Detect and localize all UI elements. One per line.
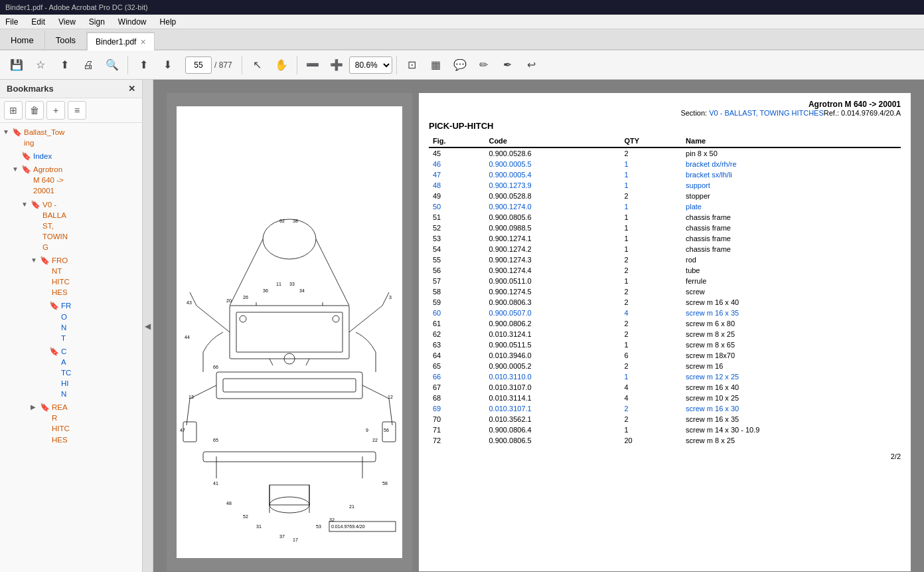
markup-button[interactable]: ✒: [497, 54, 519, 76]
bookmark-label-1: Ballast_Towing: [24, 127, 64, 148]
menu-file[interactable]: File: [3, 16, 21, 28]
doc-title: Agrotron M 640 -> 20001: [429, 100, 901, 109]
menu-edit[interactable]: Edit: [29, 16, 48, 28]
bookmark-button[interactable]: ☆: [29, 54, 52, 76]
sidebar: Bookmarks ✕ ⊞ 🗑 + ≡ ▼ 🔖 Ballast_Towing 🔖…: [0, 80, 143, 572]
table-row: 470.900.0005.41bracket sx/lh/li: [429, 169, 901, 180]
page-prev-button[interactable]: ⬆: [132, 54, 155, 76]
sidebar-title: Bookmarks: [7, 84, 54, 94]
section-label: Section:: [680, 109, 707, 117]
bookmark-toggle-1[interactable]: ▼: [3, 128, 12, 136]
table-row: 620.010.3124.12screw m 8 x 25: [429, 329, 901, 339]
sidebar-scroll-area[interactable]: ▼ 🔖 Ballast_Towing 🔖 Index ▼ 🔖 AgrotronM…: [0, 123, 142, 572]
bookmark-ballast-towing[interactable]: ▼ 🔖 Ballast_Towing: [0, 126, 142, 149]
page-number-input[interactable]: 55: [185, 56, 212, 74]
bookmark-front[interactable]: 🔖 FRONT: [37, 299, 142, 344]
tab-pdf[interactable]: Binder1.pdf ×: [87, 32, 155, 50]
sidebar-collapse-button[interactable]: ◀: [143, 80, 153, 572]
bookmark-index[interactable]: 🔖 Index: [9, 149, 142, 163]
fit-page-button[interactable]: ⊡: [401, 54, 424, 76]
svg-text:38: 38: [293, 219, 298, 223]
sidebar-close-button[interactable]: ✕: [128, 84, 135, 94]
menu-window[interactable]: Window: [116, 16, 149, 28]
bookmark-toggle-agrotron[interactable]: ▼: [12, 165, 21, 173]
zoom-in-button[interactable]: ➕: [325, 54, 348, 76]
svg-text:12: 12: [388, 395, 393, 399]
table-row: 580.900.1274.52screw: [429, 286, 901, 297]
marquee-tool-button[interactable]: ▦: [425, 54, 447, 76]
table-row: 630.900.0511.51screw m 8 x 65: [429, 339, 901, 350]
svg-text:47: 47: [180, 428, 185, 432]
bookmark-icon-rear-hitches: 🔖: [40, 403, 50, 412]
sidebar-tool-options[interactable]: ≡: [68, 101, 86, 120]
tab-tools-label: Tools: [56, 35, 76, 45]
parts-panel: Agrotron M 640 -> 20001 Section: V0 - BA…: [419, 93, 911, 571]
bookmark-toggle-front: [40, 302, 49, 309]
toolbar-separator-3: [297, 56, 297, 74]
bookmark-toggle-front-hitches[interactable]: ▼: [31, 256, 40, 264]
bookmark-catching[interactable]: 🔖 CATCHIN: [37, 345, 142, 401]
toolbar-separator-4: [396, 56, 397, 74]
export-button[interactable]: ↩: [520, 54, 543, 76]
bookmark-toggle-catching: [40, 347, 49, 355]
table-row: 660.010.3110.01screw m 12 x 25: [429, 371, 901, 382]
table-row: 520.900.0988.51chassis frame: [429, 223, 901, 233]
svg-text:44: 44: [185, 335, 190, 339]
bookmark-label-rear-hitches: REARHITCHES: [52, 402, 70, 444]
bookmark-agrotron[interactable]: ▼ 🔖 AgrotronM 640 ->20001: [9, 163, 142, 197]
pdf-content-area[interactable]: 43 44 13 47 62 38 3 12 56 20 26 36 11 33…: [153, 80, 924, 572]
sidebar-tool-add[interactable]: +: [46, 101, 65, 120]
table-row: 460.900.0005.51bracket dx/rh/re: [429, 159, 901, 169]
bookmark-icon-catching: 🔖: [49, 347, 59, 356]
menu-sign[interactable]: Sign: [86, 16, 108, 28]
svg-text:43: 43: [187, 300, 192, 305]
page-next-button[interactable]: ⬇: [156, 54, 179, 76]
bookmark-front-hitches[interactable]: ▼ 🔖 FRONTHITCHES: [28, 254, 142, 299]
table-row: 570.900.0511.01ferrule: [429, 276, 901, 286]
highlight-button[interactable]: ✏: [473, 54, 495, 76]
svg-text:11: 11: [276, 282, 281, 286]
bookmark-icon-agrotron: 🔖: [21, 165, 31, 174]
bookmark-v0[interactable]: ▼ 🔖 V0 -BALLAST,TOWING: [19, 198, 142, 254]
tab-home[interactable]: Home: [0, 31, 45, 49]
select-tool-button[interactable]: ↖: [246, 54, 269, 76]
bookmark-label-front: FRONT: [61, 300, 71, 343]
sidebar-header: Bookmarks ✕: [0, 80, 142, 98]
svg-text:22: 22: [372, 438, 378, 442]
tab-tools[interactable]: Tools: [45, 31, 87, 49]
table-row: 490.900.0528.82stopper: [429, 191, 901, 201]
save-button[interactable]: 💾: [5, 54, 28, 76]
pick-up-title: PICK-UP-HITCH: [429, 121, 901, 131]
table-row: 560.900.1274.42tube: [429, 265, 901, 276]
svg-text:56: 56: [384, 428, 389, 432]
ref-label: Ref.: 0.014.9769.4/20.A: [824, 109, 901, 117]
zoom-select[interactable]: 80.6% 50% 75% 100% 125% 150%: [349, 56, 392, 74]
menu-help[interactable]: Help: [157, 16, 179, 28]
bookmark-rear-hitches[interactable]: ▶ 🔖 REARHITCHES: [28, 401, 142, 446]
svg-text:20: 20: [226, 298, 232, 303]
title-text: Binder1.pdf - Adobe Acrobat Pro DC (32-b…: [5, 3, 148, 11]
table-row: 540.900.1274.21chassis frame: [429, 244, 901, 254]
sidebar-tool-delete[interactable]: 🗑: [25, 101, 44, 120]
tab-close-button[interactable]: ×: [140, 37, 145, 47]
find-button[interactable]: 🔍: [101, 54, 123, 76]
section-line: Section: V0 - BALLAST, TOWING HITCHES Re…: [429, 109, 901, 117]
bookmark-toggle-rear-hitches[interactable]: ▶: [31, 403, 40, 411]
parts-table: Fig. Code QTY Name 450.900.0528.62pin 8 …: [429, 135, 901, 446]
svg-text:0.014.9769.4/20: 0.014.9769.4/20: [331, 524, 365, 529]
comment-button[interactable]: 💬: [449, 54, 471, 76]
table-row: 450.900.0528.62pin 8 x 50: [429, 147, 901, 159]
bookmark-icon-1: 🔖: [12, 128, 22, 137]
share-button[interactable]: ⬆: [53, 54, 76, 76]
menu-view[interactable]: View: [56, 16, 78, 28]
print-button[interactable]: 🖨: [77, 54, 100, 76]
title-bar: Binder1.pdf - Adobe Acrobat Pro DC (32-b…: [0, 0, 924, 15]
table-row: 640.010.3946.06screw m 18x70: [429, 350, 901, 361]
col-fig: Fig.: [429, 135, 485, 147]
svg-text:36: 36: [263, 288, 268, 293]
zoom-out-button[interactable]: ➖: [301, 54, 324, 76]
hand-tool-button[interactable]: ✋: [270, 54, 293, 76]
bookmark-toggle-v0[interactable]: ▼: [21, 201, 31, 208]
sidebar-tool-expand[interactable]: ⊞: [4, 101, 23, 120]
svg-text:52: 52: [243, 514, 248, 519]
